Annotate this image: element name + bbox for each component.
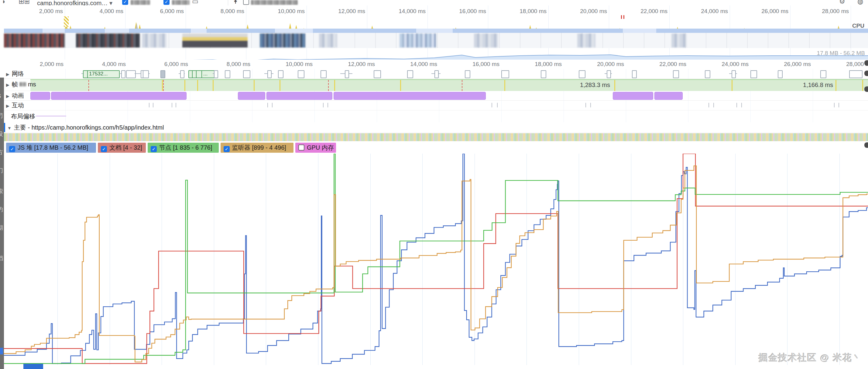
interaction-mark[interactable] bbox=[741, 103, 742, 107]
interaction-mark[interactable] bbox=[834, 103, 835, 107]
track-frames[interactable]: ▶帧 ms 1,283.3 ms1,166.8 ms bbox=[0, 79, 868, 91]
expand-triangle-icon[interactable]: ▶ bbox=[6, 104, 9, 108]
network-request-box[interactable] bbox=[732, 70, 736, 78]
counter-legend-chip[interactable]: ✓节点 [1 835 - 6 776] bbox=[148, 143, 219, 153]
gear-icon[interactable]: ⚙ bbox=[839, 0, 845, 5]
interaction-mark[interactable] bbox=[737, 103, 737, 107]
screenshot-filmstrip[interactable] bbox=[4, 33, 868, 48]
animation-bar[interactable] bbox=[238, 92, 265, 100]
network-request-box[interactable] bbox=[278, 70, 283, 78]
interaction-mark[interactable] bbox=[153, 103, 153, 107]
network-request-box[interactable] bbox=[126, 70, 136, 78]
flame-chart-strip[interactable] bbox=[4, 133, 868, 141]
network-request-box[interactable] bbox=[143, 70, 149, 78]
interaction-mark[interactable] bbox=[272, 103, 273, 107]
interaction-mark[interactable] bbox=[149, 103, 150, 107]
screenshot-thumbnail[interactable] bbox=[76, 33, 140, 48]
interaction-mark[interactable] bbox=[590, 103, 591, 107]
legend-checkbox[interactable]: ✓ bbox=[9, 146, 15, 152]
network-request-box[interactable] bbox=[345, 70, 349, 78]
interaction-mark[interactable] bbox=[713, 103, 714, 107]
track-main-thread[interactable]: ▼主要 - https://camp.honorofkings.com/h5/a… bbox=[0, 122, 868, 133]
network-request-box[interactable] bbox=[778, 70, 783, 78]
animation-bar[interactable] bbox=[51, 92, 187, 100]
help-icon[interactable]: ◍ bbox=[857, 0, 863, 5]
network-request-box[interactable] bbox=[225, 70, 230, 78]
screenshot-thumbnail[interactable] bbox=[182, 33, 248, 48]
interaction-mark[interactable] bbox=[267, 103, 268, 107]
screenshot-thumbnail[interactable] bbox=[260, 33, 305, 48]
legend-checkbox[interactable] bbox=[298, 144, 304, 150]
screenshot-thumbnail[interactable] bbox=[577, 33, 595, 48]
network-request-box[interactable]: ... bbox=[202, 70, 215, 78]
network-request-box[interactable] bbox=[320, 70, 327, 78]
track-network[interactable]: ▶网络 17532...... bbox=[0, 69, 868, 79]
screenshot-thumbnail[interactable] bbox=[672, 33, 687, 48]
interaction-mark[interactable] bbox=[172, 103, 172, 107]
interaction-mark[interactable] bbox=[709, 103, 709, 107]
memory-checkbox[interactable]: ✓ bbox=[163, 0, 169, 5]
network-request-box[interactable] bbox=[705, 70, 710, 78]
network-request-box[interactable] bbox=[434, 70, 439, 78]
scroll-nub[interactable] bbox=[864, 86, 868, 92]
frames-duration-band[interactable]: 1,283.3 ms1,166.8 ms bbox=[30, 79, 868, 91]
network-request-box[interactable] bbox=[820, 70, 826, 78]
timeline-overview[interactable]: 2,000 ms4,000 ms6,000 ms8,000 ms10,000 m… bbox=[0, 5, 868, 60]
legend-checkbox[interactable]: ✓ bbox=[101, 146, 107, 152]
screenshot-thumbnail[interactable] bbox=[400, 33, 436, 48]
network-request-box[interactable] bbox=[632, 70, 637, 78]
layout-shift-marker[interactable] bbox=[36, 116, 66, 116]
interaction-mark[interactable] bbox=[839, 103, 839, 107]
network-request-box[interactable] bbox=[407, 70, 413, 78]
interaction-mark[interactable] bbox=[497, 103, 498, 107]
network-request-box[interactable] bbox=[374, 70, 381, 78]
grid-icon[interactable]: ⊞⊞ bbox=[19, 0, 30, 5]
network-request-box[interactable] bbox=[750, 70, 757, 78]
screenshots-checkbox[interactable]: ✓ bbox=[122, 0, 128, 5]
animation-bar[interactable] bbox=[613, 92, 653, 100]
legend-checkbox[interactable]: ✓ bbox=[224, 146, 230, 152]
network-request-box[interactable] bbox=[849, 70, 863, 78]
scroll-nub[interactable] bbox=[864, 142, 868, 148]
network-request-box[interactable] bbox=[214, 70, 218, 78]
interaction-mark[interactable] bbox=[492, 103, 492, 107]
scroll-up-nub[interactable] bbox=[864, 60, 868, 66]
network-request-box[interactable] bbox=[465, 70, 470, 78]
animation-bar[interactable] bbox=[654, 92, 683, 100]
counter-legend-chip[interactable]: ✓JS 堆 [17.8 MB - 56.2 MB] bbox=[6, 143, 96, 153]
animation-bar[interactable] bbox=[267, 92, 332, 100]
network-request-box[interactable] bbox=[501, 70, 509, 78]
scroll-nub[interactable] bbox=[864, 70, 868, 76]
network-request-box[interactable] bbox=[607, 70, 611, 78]
upload-arrow-icon[interactable]: ↟ bbox=[233, 0, 238, 5]
animation-bar[interactable] bbox=[334, 92, 486, 100]
expand-triangle-icon[interactable]: ▶ bbox=[6, 94, 9, 98]
legend-checkbox[interactable]: ✓ bbox=[151, 146, 157, 152]
counter-legend-chip[interactable]: GPU 内存 bbox=[295, 143, 336, 153]
network-request-box[interactable] bbox=[121, 70, 125, 78]
memory-counters-chart[interactable] bbox=[0, 153, 868, 369]
screenshot-thumbnail[interactable] bbox=[4, 33, 65, 48]
interaction-mark[interactable] bbox=[585, 103, 586, 107]
collapse-triangle-icon[interactable]: ▼ bbox=[7, 125, 11, 131]
trash-icon[interactable]: ▭ bbox=[192, 0, 198, 5]
network-request-box[interactable] bbox=[673, 70, 679, 78]
screenshot-thumbnail[interactable] bbox=[319, 33, 337, 48]
counter-legend-chip[interactable]: ✓文档 [4 - 32] bbox=[98, 143, 146, 153]
interaction-mark[interactable] bbox=[323, 103, 323, 107]
network-request-box[interactable]: 17532... bbox=[87, 70, 120, 78]
network-request-box[interactable] bbox=[160, 70, 165, 78]
screenshot-thumbnail[interactable] bbox=[142, 33, 166, 48]
network-request-box[interactable] bbox=[298, 70, 304, 78]
screenshot-thumbnail[interactable] bbox=[474, 33, 498, 48]
counter-legend-chip[interactable]: ✓监听器 [899 - 4 496] bbox=[221, 143, 293, 153]
expand-triangle-icon[interactable]: ▶ bbox=[6, 82, 9, 87]
network-request-box[interactable] bbox=[541, 70, 546, 78]
network-request-box[interactable] bbox=[579, 70, 585, 78]
network-request-box[interactable] bbox=[243, 70, 250, 78]
record-icon[interactable]: ◗ bbox=[2, 0, 6, 5]
third-party-checkbox[interactable] bbox=[243, 0, 249, 5]
interaction-mark[interactable] bbox=[176, 103, 176, 107]
interaction-mark[interactable] bbox=[328, 103, 328, 107]
network-request-box[interactable] bbox=[267, 70, 272, 78]
